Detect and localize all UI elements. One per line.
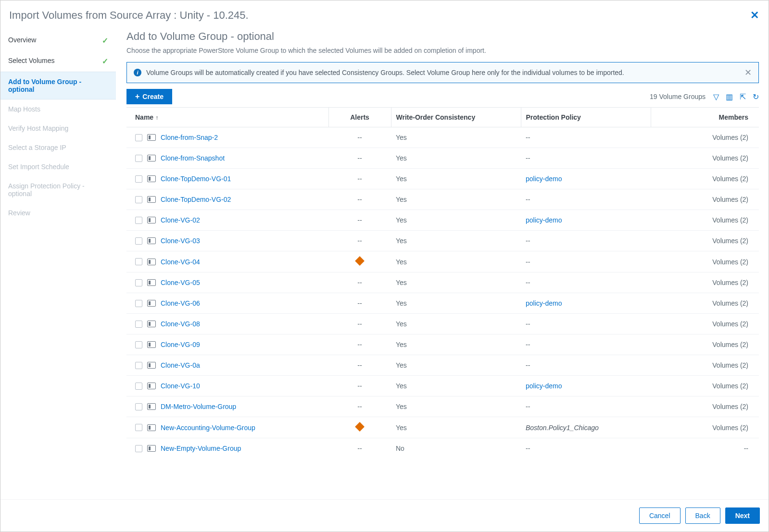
plus-icon: + <box>135 93 139 100</box>
row-checkbox[interactable] <box>135 424 142 431</box>
info-banner-text: Volume Groups will be automatically crea… <box>146 69 624 76</box>
row-checkbox[interactable] <box>135 258 142 265</box>
members-cell: Volumes (2) <box>651 314 759 334</box>
volume-group-link[interactable]: New-Empty-Volume-Group <box>161 445 241 452</box>
policy-link[interactable]: policy-demo <box>526 175 562 183</box>
column-header-woc[interactable]: Write-Order Consistency <box>391 108 521 127</box>
volume-group-count: 19 Volume Groups <box>650 93 706 100</box>
members-cell: Volumes (2) <box>651 355 759 376</box>
policy-cell: -- <box>521 231 651 251</box>
wizard-step-2[interactable]: Add to Volume Group - optional <box>0 72 116 99</box>
row-checkbox[interactable] <box>135 175 142 183</box>
volume-group-link[interactable]: Clone-VG-09 <box>161 341 200 348</box>
next-button[interactable]: Next <box>725 507 760 524</box>
row-checkbox[interactable] <box>135 134 142 141</box>
row-checkbox[interactable] <box>135 341 142 348</box>
volume-group-link[interactable]: Clone-VG-08 <box>161 320 200 328</box>
table-row: Clone-VG-04Yes--Volumes (2) <box>126 251 759 272</box>
row-checkbox[interactable] <box>135 383 142 390</box>
volume-group-icon <box>147 362 156 369</box>
table-row: Clone-VG-06--Yespolicy-demoVolumes (2) <box>126 293 759 314</box>
back-button[interactable]: Back <box>685 507 720 524</box>
table-row: Clone-from-Snap-2--Yes--Volumes (2) <box>126 127 759 148</box>
table-container[interactable]: Name↑ Alerts Write-Order Consistency Pro… <box>126 107 759 499</box>
refresh-icon[interactable]: ↻ <box>753 92 759 101</box>
members-cell: Volumes (2) <box>651 417 759 438</box>
volume-group-link[interactable]: Clone-VG-05 <box>161 279 200 286</box>
table-row: Clone-VG-05--Yes--Volumes (2) <box>126 272 759 293</box>
volume-group-link[interactable]: Clone-from-Snap-2 <box>161 134 218 141</box>
row-checkbox[interactable] <box>135 403 142 410</box>
wizard-step-5: Select a Storage IP <box>0 138 116 157</box>
volume-group-link[interactable]: Clone-VG-03 <box>161 237 200 245</box>
sort-ascending-icon: ↑ <box>155 114 158 121</box>
create-button[interactable]: + Create <box>126 89 172 104</box>
volume-group-link[interactable]: Clone-from-Snapshot <box>161 154 225 162</box>
row-checkbox[interactable] <box>135 300 142 307</box>
export-icon[interactable]: ⇱ <box>740 92 746 101</box>
volume-group-link[interactable]: DM-Metro-Volume-Group <box>161 403 236 410</box>
info-banner: i Volume Groups will be automatically cr… <box>126 62 759 83</box>
members-cell: Volumes (2) <box>651 293 759 314</box>
column-header-alerts[interactable]: Alerts <box>328 108 391 127</box>
members-cell: Volumes (2) <box>651 127 759 148</box>
wizard-step-label: Set Import Schedule <box>8 163 69 171</box>
row-checkbox[interactable] <box>135 362 142 369</box>
wizard-step-1[interactable]: Select Volumes✓ <box>0 51 116 72</box>
wizard-step-7: Assign Protection Policy - optional <box>0 176 116 203</box>
table-row: Clone-TopDemo-VG-01--Yespolicy-demoVolum… <box>126 169 759 189</box>
volume-group-icon <box>147 341 156 348</box>
woc-cell: Yes <box>391 169 521 189</box>
woc-cell: Yes <box>391 189 521 210</box>
members-cell: -- <box>651 438 759 459</box>
policy-cell: -- <box>521 314 651 334</box>
checkmark-icon: ✓ <box>102 36 108 45</box>
alerts-cell: -- <box>328 210 391 231</box>
policy-link[interactable]: policy-demo <box>526 216 562 224</box>
wizard-step-8: Review <box>0 203 116 223</box>
row-checkbox[interactable] <box>135 196 142 203</box>
row-checkbox[interactable] <box>135 217 142 224</box>
table-row: Clone-VG-02--Yespolicy-demoVolumes (2) <box>126 210 759 231</box>
banner-close-icon[interactable]: ✕ <box>744 67 752 78</box>
table-row: Clone-VG-0a--Yes--Volumes (2) <box>126 355 759 376</box>
tool-icons: ▽ ▥ ⇱ ↻ <box>713 92 759 101</box>
alerts-cell: -- <box>328 189 391 210</box>
policy-link[interactable]: policy-demo <box>526 299 562 307</box>
row-checkbox[interactable] <box>135 237 142 245</box>
woc-cell: Yes <box>391 293 521 314</box>
volume-group-link[interactable]: New-Accounting-Volume-Group <box>161 424 255 432</box>
wizard-step-0[interactable]: Overview✓ <box>0 30 116 51</box>
cancel-button[interactable]: Cancel <box>639 507 681 524</box>
table-row: Clone-from-Snapshot--Yes--Volumes (2) <box>126 148 759 169</box>
policy-cell: policy-demo <box>521 210 651 231</box>
volume-group-icon <box>147 196 156 203</box>
column-header-members[interactable]: Members <box>651 108 759 127</box>
filter-icon[interactable]: ▽ <box>713 92 719 101</box>
row-checkbox[interactable] <box>135 279 142 286</box>
table-row: Clone-VG-03--Yes--Volumes (2) <box>126 231 759 251</box>
alerts-cell: -- <box>328 376 391 396</box>
volume-group-link[interactable]: Clone-VG-04 <box>161 258 200 266</box>
create-button-label: Create <box>142 93 164 100</box>
volume-group-icon <box>147 237 156 244</box>
volume-group-link[interactable]: Clone-VG-10 <box>161 382 200 390</box>
volume-group-link[interactable]: Clone-TopDemo-VG-01 <box>161 175 231 183</box>
policy-link[interactable]: policy-demo <box>526 382 562 390</box>
volume-group-link[interactable]: Clone-VG-02 <box>161 216 200 224</box>
wizard-step-3: Map Hosts <box>0 99 116 119</box>
row-checkbox[interactable] <box>135 445 142 452</box>
page-description: Choose the appropriate PowerStore Volume… <box>126 47 759 54</box>
row-checkbox[interactable] <box>135 155 142 162</box>
policy-cell: -- <box>521 438 651 459</box>
close-icon[interactable]: ✕ <box>750 9 759 22</box>
members-cell: Volumes (2) <box>651 396 759 417</box>
column-header-policy[interactable]: Protection Policy <box>521 108 651 127</box>
volume-group-link[interactable]: Clone-TopDemo-VG-02 <box>161 196 231 203</box>
dialog-header: Import Volumes from Source Array : Unity… <box>0 0 769 28</box>
volume-group-link[interactable]: Clone-VG-0a <box>161 361 200 369</box>
column-header-name[interactable]: Name↑ <box>126 108 328 127</box>
volume-group-link[interactable]: Clone-VG-06 <box>161 299 200 307</box>
columns-icon[interactable]: ▥ <box>726 92 733 101</box>
row-checkbox[interactable] <box>135 321 142 328</box>
